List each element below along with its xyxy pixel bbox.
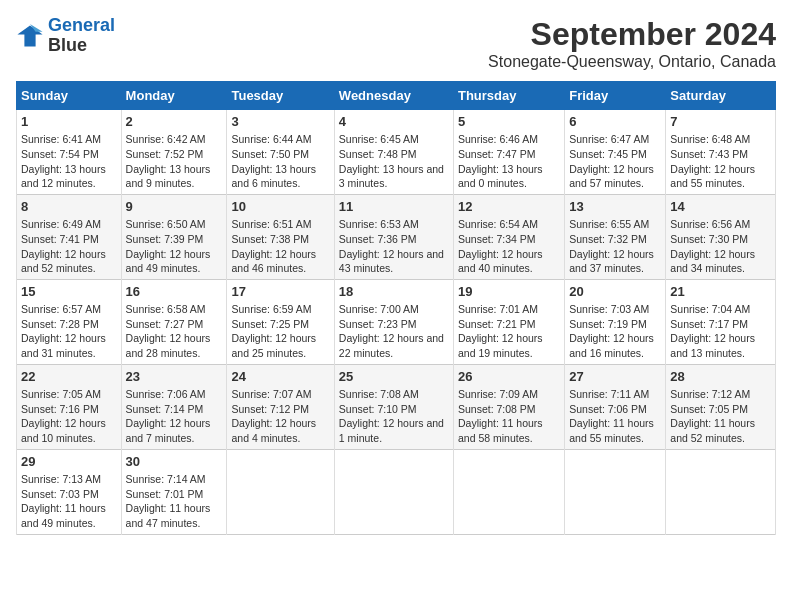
calendar-cell: 22Sunrise: 7:05 AMSunset: 7:16 PMDayligh… [17,364,122,449]
day-info: Sunrise: 6:59 AMSunset: 7:25 PMDaylight:… [231,302,329,361]
day-info: Sunrise: 7:07 AMSunset: 7:12 PMDaylight:… [231,387,329,446]
day-number: 8 [21,198,117,216]
day-number: 12 [458,198,560,216]
calendar-cell: 19Sunrise: 7:01 AMSunset: 7:21 PMDayligh… [453,279,564,364]
calendar-cell: 25Sunrise: 7:08 AMSunset: 7:10 PMDayligh… [334,364,453,449]
day-info: Sunrise: 6:44 AMSunset: 7:50 PMDaylight:… [231,132,329,191]
day-info: Sunrise: 6:58 AMSunset: 7:27 PMDaylight:… [126,302,223,361]
calendar-week-row: 22Sunrise: 7:05 AMSunset: 7:16 PMDayligh… [17,364,776,449]
calendar-cell: 4Sunrise: 6:45 AMSunset: 7:48 PMDaylight… [334,110,453,195]
day-number: 22 [21,368,117,386]
day-info: Sunrise: 7:08 AMSunset: 7:10 PMDaylight:… [339,387,449,446]
day-info: Sunrise: 7:00 AMSunset: 7:23 PMDaylight:… [339,302,449,361]
day-number: 30 [126,453,223,471]
day-info: Sunrise: 6:42 AMSunset: 7:52 PMDaylight:… [126,132,223,191]
day-info: Sunrise: 7:05 AMSunset: 7:16 PMDaylight:… [21,387,117,446]
day-number: 16 [126,283,223,301]
calendar-cell: 10Sunrise: 6:51 AMSunset: 7:38 PMDayligh… [227,194,334,279]
calendar-cell: 15Sunrise: 6:57 AMSunset: 7:28 PMDayligh… [17,279,122,364]
calendar-cell: 30Sunrise: 7:14 AMSunset: 7:01 PMDayligh… [121,449,227,534]
day-number: 1 [21,113,117,131]
page-title: September 2024 [488,16,776,53]
calendar-cell: 17Sunrise: 6:59 AMSunset: 7:25 PMDayligh… [227,279,334,364]
svg-marker-0 [17,25,42,46]
calendar-cell: 21Sunrise: 7:04 AMSunset: 7:17 PMDayligh… [666,279,776,364]
day-number: 19 [458,283,560,301]
calendar-cell: 26Sunrise: 7:09 AMSunset: 7:08 PMDayligh… [453,364,564,449]
day-number: 29 [21,453,117,471]
day-number: 24 [231,368,329,386]
day-number: 6 [569,113,661,131]
calendar-day-header: Saturday [666,82,776,110]
day-info: Sunrise: 6:56 AMSunset: 7:30 PMDaylight:… [670,217,771,276]
day-info: Sunrise: 6:41 AMSunset: 7:54 PMDaylight:… [21,132,117,191]
day-number: 5 [458,113,560,131]
day-info: Sunrise: 7:13 AMSunset: 7:03 PMDaylight:… [21,472,117,531]
calendar-day-header: Monday [121,82,227,110]
calendar-day-header: Sunday [17,82,122,110]
day-number: 7 [670,113,771,131]
logo-text: General Blue [48,16,115,56]
calendar-cell: 8Sunrise: 6:49 AMSunset: 7:41 PMDaylight… [17,194,122,279]
day-info: Sunrise: 6:51 AMSunset: 7:38 PMDaylight:… [231,217,329,276]
logo-icon [16,22,44,50]
calendar-cell: 6Sunrise: 6:47 AMSunset: 7:45 PMDaylight… [565,110,666,195]
day-info: Sunrise: 7:01 AMSunset: 7:21 PMDaylight:… [458,302,560,361]
calendar-cell: 2Sunrise: 6:42 AMSunset: 7:52 PMDaylight… [121,110,227,195]
day-number: 23 [126,368,223,386]
day-number: 20 [569,283,661,301]
day-info: Sunrise: 6:49 AMSunset: 7:41 PMDaylight:… [21,217,117,276]
calendar-week-row: 29Sunrise: 7:13 AMSunset: 7:03 PMDayligh… [17,449,776,534]
calendar-cell: 27Sunrise: 7:11 AMSunset: 7:06 PMDayligh… [565,364,666,449]
day-info: Sunrise: 6:48 AMSunset: 7:43 PMDaylight:… [670,132,771,191]
calendar-cell: 5Sunrise: 6:46 AMSunset: 7:47 PMDaylight… [453,110,564,195]
calendar-cell: 29Sunrise: 7:13 AMSunset: 7:03 PMDayligh… [17,449,122,534]
calendar-cell: 13Sunrise: 6:55 AMSunset: 7:32 PMDayligh… [565,194,666,279]
calendar-cell: 28Sunrise: 7:12 AMSunset: 7:05 PMDayligh… [666,364,776,449]
calendar-cell [227,449,334,534]
day-number: 3 [231,113,329,131]
day-info: Sunrise: 6:55 AMSunset: 7:32 PMDaylight:… [569,217,661,276]
day-info: Sunrise: 6:47 AMSunset: 7:45 PMDaylight:… [569,132,661,191]
day-number: 13 [569,198,661,216]
day-info: Sunrise: 6:54 AMSunset: 7:34 PMDaylight:… [458,217,560,276]
day-info: Sunrise: 7:14 AMSunset: 7:01 PMDaylight:… [126,472,223,531]
day-number: 10 [231,198,329,216]
day-info: Sunrise: 7:12 AMSunset: 7:05 PMDaylight:… [670,387,771,446]
calendar-week-row: 1Sunrise: 6:41 AMSunset: 7:54 PMDaylight… [17,110,776,195]
calendar-cell [565,449,666,534]
calendar-cell: 3Sunrise: 6:44 AMSunset: 7:50 PMDaylight… [227,110,334,195]
day-info: Sunrise: 6:50 AMSunset: 7:39 PMDaylight:… [126,217,223,276]
day-number: 17 [231,283,329,301]
day-number: 11 [339,198,449,216]
day-number: 21 [670,283,771,301]
calendar-day-header: Thursday [453,82,564,110]
calendar-cell: 18Sunrise: 7:00 AMSunset: 7:23 PMDayligh… [334,279,453,364]
day-number: 18 [339,283,449,301]
day-info: Sunrise: 6:45 AMSunset: 7:48 PMDaylight:… [339,132,449,191]
calendar-table: SundayMondayTuesdayWednesdayThursdayFrid… [16,81,776,535]
day-number: 4 [339,113,449,131]
calendar-cell [453,449,564,534]
calendar-header-row: SundayMondayTuesdayWednesdayThursdayFrid… [17,82,776,110]
calendar-cell: 7Sunrise: 6:48 AMSunset: 7:43 PMDaylight… [666,110,776,195]
day-number: 14 [670,198,771,216]
calendar-cell: 14Sunrise: 6:56 AMSunset: 7:30 PMDayligh… [666,194,776,279]
day-info: Sunrise: 7:11 AMSunset: 7:06 PMDaylight:… [569,387,661,446]
day-number: 15 [21,283,117,301]
page-header: General Blue September 2024 Stonegate-Qu… [16,16,776,71]
calendar-week-row: 15Sunrise: 6:57 AMSunset: 7:28 PMDayligh… [17,279,776,364]
logo: General Blue [16,16,115,56]
calendar-cell: 16Sunrise: 6:58 AMSunset: 7:27 PMDayligh… [121,279,227,364]
day-info: Sunrise: 7:06 AMSunset: 7:14 PMDaylight:… [126,387,223,446]
day-number: 9 [126,198,223,216]
day-number: 26 [458,368,560,386]
calendar-day-header: Tuesday [227,82,334,110]
calendar-cell [666,449,776,534]
day-number: 2 [126,113,223,131]
calendar-cell: 20Sunrise: 7:03 AMSunset: 7:19 PMDayligh… [565,279,666,364]
calendar-day-header: Friday [565,82,666,110]
calendar-cell: 24Sunrise: 7:07 AMSunset: 7:12 PMDayligh… [227,364,334,449]
day-info: Sunrise: 7:09 AMSunset: 7:08 PMDaylight:… [458,387,560,446]
page-subtitle: Stonegate-Queensway, Ontario, Canada [488,53,776,71]
